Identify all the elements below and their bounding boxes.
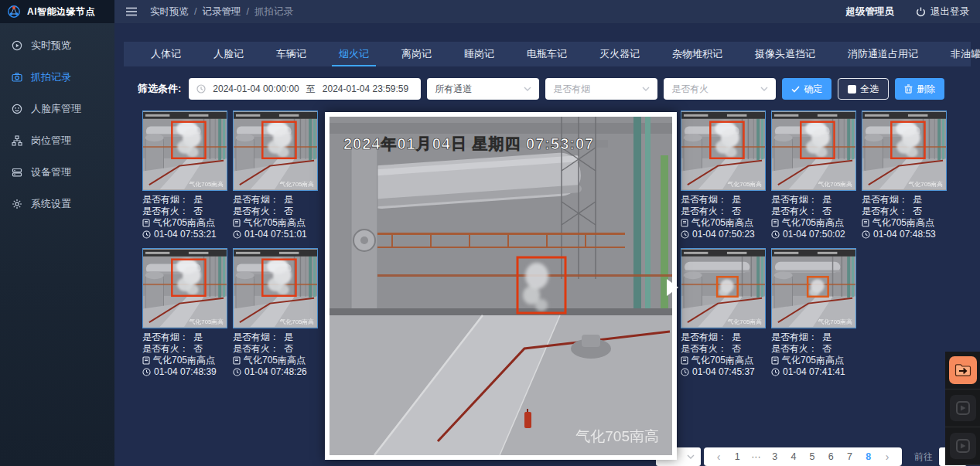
tab-off-post[interactable]: 离岗记 (385, 42, 448, 66)
select-all-label: 全选 (860, 83, 879, 96)
capture-thumbnail[interactable] (862, 111, 947, 191)
filter-label: 筛选条件: (138, 82, 181, 96)
tab-clutter[interactable]: 杂物堆积记 (656, 42, 739, 66)
tab-extinguisher[interactable]: 灭火器记 (583, 42, 656, 66)
page-button[interactable]: 3 (770, 451, 780, 462)
sidebar-item-post-management[interactable]: 岗位管理 (0, 124, 114, 156)
page-button[interactable]: 6 (825, 451, 836, 462)
capture-card[interactable]: 是否有烟：是 是否有火：否 气化705南高点 01-04 07:48:26 (233, 248, 318, 378)
folder-arrow-icon (949, 356, 977, 384)
page-button-active[interactable]: 8 (863, 451, 874, 462)
capture-card[interactable]: 是否有烟：是 是否有火：否 气化705南高点 01-04 07:45:37 (681, 248, 766, 378)
smoke-label: 是否有烟： (862, 194, 908, 206)
tab-fire-lane[interactable]: 消防通道占用记 (831, 42, 934, 66)
camera-icon (12, 72, 22, 83)
preview-image[interactable]: 2024年01月04日 星期四 07:53:07 气化705南高 (330, 117, 672, 455)
capture-thumbnail[interactable] (771, 248, 856, 328)
sidebar-item-system-settings[interactable]: 系统设置 (0, 188, 114, 219)
document-icon (771, 219, 779, 227)
tab-vehicle[interactable]: 车辆记 (260, 42, 323, 66)
fire-label: 是否有火： (142, 206, 189, 217)
breadcrumb-item[interactable]: 记录管理 (202, 5, 241, 19)
smoke-label: 是否有烟： (771, 194, 818, 206)
page-button[interactable]: 5 (807, 451, 818, 462)
channel-name: 气化705南高点 (244, 217, 306, 229)
next-image-arrow[interactable] (667, 279, 678, 296)
page-ellipsis[interactable]: ··· (750, 451, 761, 462)
next-page-button[interactable]: › (882, 451, 893, 463)
smoke-label: 是否有烟： (233, 194, 279, 206)
fire-value: 否 (193, 343, 203, 355)
sidebar-item-label: 实时预览 (31, 39, 71, 53)
tab-smoke-fire[interactable]: 烟火记 (323, 42, 385, 66)
capture-time: 01-04 07:50:02 (783, 229, 845, 240)
trash-icon (904, 84, 913, 94)
capture-card[interactable]: 是否有烟：是 是否有火：否 气化705南高点 01-04 07:41:41 (771, 248, 856, 378)
chevron-down-icon (642, 87, 650, 91)
clock-icon (142, 230, 151, 239)
capture-card[interactable]: 是否有烟：是 是否有火：否 气化705南高点 01-04 07:50:23 (681, 111, 766, 240)
breadcrumb-item[interactable]: 实时预览 (150, 5, 189, 19)
tab-face[interactable]: 人脸记 (197, 42, 260, 66)
confirm-button[interactable]: 确定 (782, 78, 831, 100)
date-separator: 至 (306, 83, 316, 96)
delete-button[interactable]: 删除 (895, 78, 944, 100)
tab-sleeping[interactable]: 睡岗记 (448, 42, 510, 66)
capture-thumbnail[interactable] (681, 248, 766, 328)
topbar: 实时预览 / 记录管理 / 抓拍记录 超级管理员 退出登录 (114, 0, 980, 23)
live-preview-icon (12, 40, 22, 51)
fire-value: 否 (193, 206, 203, 217)
capture-card[interactable]: 是否有烟：是 是否有火：否 气化705南高点 01-04 07:53:21 (142, 111, 227, 240)
smoke-select[interactable]: 是否有烟 (545, 78, 657, 100)
fire-label: 是否有火： (771, 206, 818, 217)
capture-card[interactable]: 是否有烟：是 是否有火：否 气化705南高点 01-04 07:48:39 (142, 248, 227, 378)
smoke-label: 是否有烟： (681, 332, 727, 343)
sidebar-item-capture-records[interactable]: 抓拍记录 (0, 61, 114, 93)
pagination-bar: ‹ 1 ··· 3 4 5 6 7 8 › (704, 447, 902, 466)
sidebar-item-label: 设备管理 (31, 165, 71, 179)
sidebar-item-device-management[interactable]: 设备管理 (0, 156, 114, 188)
capture-card[interactable]: 是否有烟：是 是否有火：否 气化705南高点 01-04 07:50:02 (771, 111, 856, 240)
capture-thumbnail[interactable] (771, 111, 856, 191)
org-chart-icon (12, 135, 22, 146)
channel-select[interactable]: 所有通道 (427, 78, 539, 100)
logout-button[interactable]: 退出登录 (916, 5, 969, 19)
capture-thumbnail[interactable] (142, 111, 227, 191)
capture-time: 01-04 07:51:01 (244, 229, 307, 240)
video-tool-button[interactable] (945, 427, 980, 465)
capture-thumbnail[interactable] (233, 248, 318, 328)
prev-page-button[interactable]: ‹ (713, 451, 724, 463)
page-button[interactable]: 7 (845, 451, 855, 462)
capture-thumbnail[interactable] (142, 248, 227, 328)
capture-card[interactable]: 是否有烟：是 是否有火：否 气化705南高点 01-04 07:48:53 (862, 111, 947, 240)
tab-human[interactable]: 人体记 (135, 42, 197, 66)
tab-non-tanker[interactable]: 非油罐车违停记 (934, 42, 980, 66)
fire-select[interactable]: 是否有火 (664, 78, 776, 100)
date-range-input[interactable]: 2024-01-04 00:00:00 至 2024-01-04 23:59:5… (189, 78, 421, 100)
capture-card[interactable]: 是否有烟：是 是否有火：否 气化705南高点 01-04 07:51:01 (233, 111, 318, 240)
select-all-button[interactable]: 全选 (838, 78, 889, 100)
chevron-down-icon (687, 454, 695, 459)
tab-ebike[interactable]: 电瓶车记 (510, 42, 583, 66)
channel-name: 气化705南高点 (782, 355, 844, 366)
tab-camera-blocked[interactable]: 摄像头遮挡记 (739, 42, 831, 66)
preview-lightbox: 2024年01月04日 星期四 07:53:07 气化705南高 (325, 112, 677, 460)
capture-grid-right: 是否有烟：是 是否有火：否 气化705南高点 01-04 07:50:23 是否… (681, 111, 947, 378)
clock-icon (771, 230, 780, 239)
channel-name: 气化705南高点 (153, 355, 215, 366)
document-icon (142, 219, 150, 227)
capture-grid-left: 是否有烟：是 是否有火：否 气化705南高点 01-04 07:53:21 是否… (142, 111, 318, 378)
page-button[interactable]: 4 (788, 451, 799, 462)
channel-name: 气化705南高点 (691, 217, 753, 229)
video-tool-button[interactable] (945, 389, 980, 427)
page-button[interactable]: 1 (732, 451, 743, 462)
menu-toggle-icon[interactable] (125, 6, 138, 17)
sidebar-item-face-library[interactable]: 人脸库管理 (0, 93, 114, 124)
settings-gear-icon (12, 199, 22, 209)
sidebar-item-live-preview[interactable]: 实时预览 (0, 29, 114, 61)
capture-thumbnail[interactable] (681, 111, 766, 191)
capture-thumbnail[interactable] (233, 111, 318, 191)
open-folder-button[interactable] (945, 352, 980, 389)
capture-time: 01-04 07:48:26 (244, 366, 307, 378)
capture-time: 01-04 07:48:39 (154, 366, 217, 378)
